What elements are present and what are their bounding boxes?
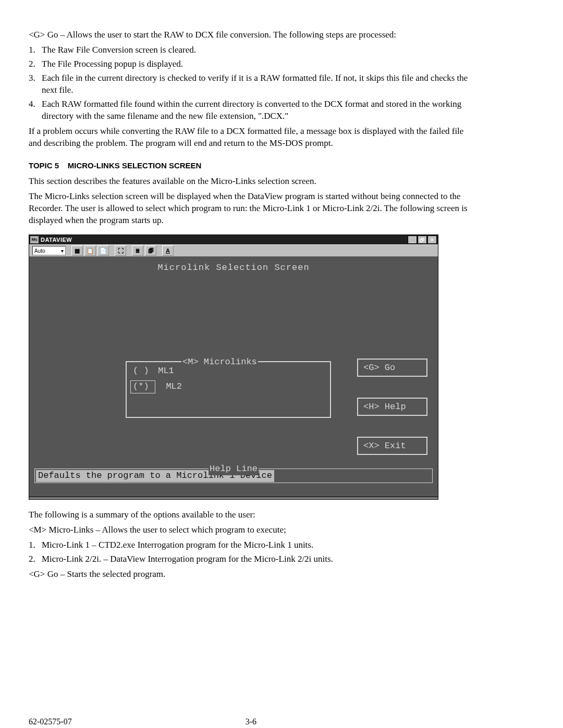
summary-intro: The following is a summary of the option… xyxy=(29,509,477,521)
toolbar-button-1[interactable]: ▦ xyxy=(71,245,83,256)
help-line-box: Help Line Defaults the program to a Micr… xyxy=(34,468,433,483)
chevron-down-icon: ▾ xyxy=(61,248,64,255)
close-button[interactable]: × xyxy=(427,236,437,244)
maximize-button[interactable]: 🗗 xyxy=(418,236,427,244)
page-footer: 62-02575-07 3-6 xyxy=(29,716,477,727)
toolbar-button-5[interactable]: 🗏 xyxy=(132,245,143,256)
step-2: 2. The File Processing popup is displaye… xyxy=(29,58,477,70)
after-item-2: 2. Micro-Link 2/2i. – DataView Interroga… xyxy=(29,553,477,565)
microlinks-box: <M> Microlinks ( ) ML1 (*) ML2 xyxy=(126,361,331,418)
microlinks-label: <M> Microlinks xyxy=(181,356,258,368)
footer-center: 3-6 xyxy=(246,716,256,727)
problem-paragraph: If a problem occurs while converting the… xyxy=(29,126,477,150)
exit-button[interactable]: <X> Exit xyxy=(357,437,427,455)
toolbar-button-4[interactable]: ⛶ xyxy=(115,245,126,256)
toolbar: Auto▾ ▦ 📋 📄 ⛶ 🗏 🗐 A xyxy=(29,244,438,257)
toolbar-button-a[interactable]: A xyxy=(162,245,174,256)
after-item-1: 1. Micro-Link 1 – CTD2.exe Interrogation… xyxy=(29,539,477,551)
help-line-label: Help Line xyxy=(209,463,259,475)
opt1-label: ML1 xyxy=(158,366,174,376)
font-size-select[interactable]: Auto▾ xyxy=(32,246,66,255)
option-ml2[interactable]: (*) ML2 xyxy=(133,380,330,393)
radio-ml1[interactable]: ( ) xyxy=(133,365,153,377)
topic-p1: This section describes the features avai… xyxy=(29,176,477,188)
step-4: 4. Each RAW formatted file found within … xyxy=(29,98,477,122)
step-3: 3. Each file in the current directory is… xyxy=(29,72,477,96)
app-icon: MS xyxy=(30,236,39,243)
topic-title: MICRO-LINKS SELECTION SCREEN xyxy=(68,161,202,170)
step-1: 1. The Raw File Conversion screen is cle… xyxy=(29,44,477,56)
topic-p2: The Micro-Links selection screen will be… xyxy=(29,191,477,227)
window-title: DATAVIEW xyxy=(41,236,407,244)
minimize-button[interactable]: _ xyxy=(408,236,417,244)
radio-ml2[interactable]: (*) xyxy=(130,380,155,393)
dos-screen: Microlink Selection Screen <M> Microlink… xyxy=(29,257,438,497)
statusbar xyxy=(29,497,438,499)
go-button[interactable]: <G> Go xyxy=(357,359,427,377)
topic-number: TOPIC 5 xyxy=(29,161,59,170)
footer-left: 62-02575-07 xyxy=(29,716,72,727)
go-intro: <G> Go – Allows the user to start the RA… xyxy=(29,29,477,41)
toolbar-button-2[interactable]: 📋 xyxy=(84,245,96,256)
toolbar-button-6[interactable]: 🗐 xyxy=(145,245,156,256)
dataview-window: MS DATAVIEW _ 🗗 × Auto▾ ▦ 📋 📄 ⛶ 🗏 🗐 A Mi… xyxy=(29,235,438,500)
g-line: <G> Go – Starts the selected program. xyxy=(29,569,477,581)
titlebar: MS DATAVIEW _ 🗗 × xyxy=(29,235,438,244)
opt2-label: ML2 xyxy=(166,381,182,391)
m-line: <M> Micro-Links – Allows the user to sel… xyxy=(29,524,477,536)
help-button[interactable]: <H> Help xyxy=(357,398,427,416)
toolbar-button-3[interactable]: 📄 xyxy=(97,245,109,256)
screen-title: Microlink Selection Screen xyxy=(33,262,434,274)
